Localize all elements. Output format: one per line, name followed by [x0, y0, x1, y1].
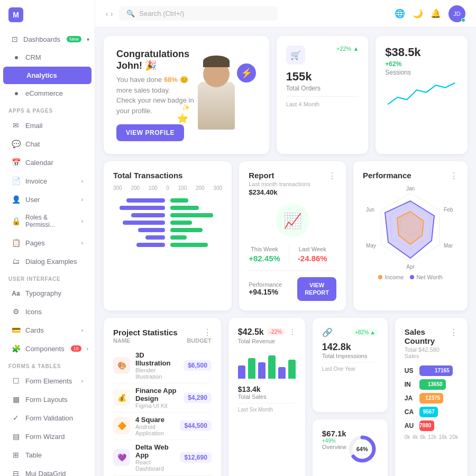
perf-label: Performance: [249, 281, 282, 288]
sales-country-subtitle: Total $42,580 Sales: [405, 346, 450, 359]
sidebar-item-roles[interactable]: 🔒 Roles & Permissi... ›: [3, 209, 91, 233]
rev-bar-4: [268, 355, 276, 379]
project-menu-icon[interactable]: ⋮: [203, 327, 212, 337]
sidebar-label-roles: Roles & Permissi...: [25, 214, 76, 228]
proj-budget-4: $12,690: [180, 452, 211, 463]
sidebar-item-chat[interactable]: 💬 Chat: [3, 135, 91, 153]
project-table-header: NAME BUDGET: [113, 337, 212, 344]
proj-name-2: Finance App Design: [135, 387, 178, 402]
proj-sub-2: Figma UI Kit: [135, 402, 178, 409]
rev-bar-1: [238, 365, 245, 379]
sidebar-label-invoice: Invoice: [25, 177, 47, 185]
proj-name-1: 3D Illustration: [135, 351, 178, 367]
orders-label: Total Orders: [286, 85, 359, 92]
report-menu-icon[interactable]: ⋮: [328, 171, 336, 181]
impressions-badge: +82% ▲: [352, 328, 378, 336]
proj-icon-4: 💜: [113, 449, 130, 466]
legend-income: Income: [385, 274, 404, 280]
rev-bar-3: [258, 362, 266, 378]
sidebar-item-ecommerce[interactable]: eCommerce: [3, 85, 91, 102]
proj-budget-1: $6,500: [184, 360, 212, 371]
view-report-button[interactable]: VIEWREPORT: [297, 277, 336, 301]
theme-icon[interactable]: 🌙: [413, 8, 423, 19]
sidebar-item-crm[interactable]: CRM: [3, 49, 91, 66]
sidebar-label-components: Components: [25, 345, 65, 353]
proj-row-4: 💜 Delta Web App React Dashboard $12,690: [113, 440, 212, 475]
sidebar-item-user[interactable]: 👤 User ›: [3, 190, 91, 208]
form-validation-icon: ✓: [12, 414, 20, 422]
sidebar-label-email: Email: [25, 122, 43, 130]
sidebar-item-form-wizard[interactable]: ▤ Form Wizard: [3, 427, 91, 445]
datagrid-icon: ⊟: [12, 469, 20, 476]
sidebar-item-email[interactable]: ✉ Email: [3, 116, 91, 134]
report-amount: $234.40k: [249, 188, 310, 196]
proj-sub-3: Android Application: [135, 424, 175, 436]
sidebar-item-dashboards[interactable]: ⊡ Dashboards New ▾: [3, 30, 91, 48]
chevron-down-icon: ▾: [87, 36, 89, 42]
notifications-icon[interactable]: 🔔: [431, 8, 441, 19]
search-bar[interactable]: 🔍 Search (Ctrl+/): [119, 6, 278, 21]
back-navigation[interactable]: ‹ ›: [106, 10, 113, 18]
sidebar-label-user: User: [25, 196, 40, 204]
logo[interactable]: M: [0, 0, 95, 30]
sidebar-label-datagrid: Mui DataGrid: [25, 470, 66, 477]
report-title: Report: [249, 171, 310, 180]
sidebar-item-form-validation[interactable]: ✓ Form Validation: [3, 409, 91, 427]
total-sales-label: Total Sales: [238, 393, 296, 400]
country-row-ca: CA 9567: [405, 407, 458, 417]
sidebar-item-dialog[interactable]: 🗂 Dialog Examples: [3, 252, 91, 270]
performance-menu-icon[interactable]: ⋮: [450, 171, 458, 181]
sidebar-label-analytics: Analytics: [26, 71, 57, 79]
sidebar-item-datagrid[interactable]: ⊟ Mui DataGrid: [3, 464, 91, 476]
sidebar-item-table[interactable]: ⊞ Table: [3, 446, 91, 464]
sidebar-label-form-layouts: Form Layouts: [25, 396, 67, 404]
report-card: Report Last month transactions $234.40k …: [239, 161, 346, 310]
proj-sub-4: React Dashboard: [135, 459, 175, 472]
table-icon: ⊞: [12, 451, 20, 459]
overview-card: $67.1k +49% Overview 64%: [313, 419, 388, 476]
sidebar-item-pages[interactable]: 📋 Pages ›: [3, 234, 91, 252]
sidebar-item-icons[interactable]: ⚙ Icons: [3, 303, 91, 321]
sessions-chart: [385, 80, 458, 108]
overview-label: Overview: [322, 444, 346, 450]
col-budget: BUDGET: [187, 337, 211, 344]
ui-section-label: USER INTERFACE: [0, 271, 95, 284]
sales-country-menu-icon[interactable]: ⋮: [450, 327, 458, 337]
components-icon: 🧩: [12, 344, 20, 353]
country-axis: 0k4k8k12k16k20k: [405, 434, 458, 440]
transactions-title: Total Transactions: [113, 171, 222, 180]
sidebar: M ⊡ Dashboards New ▾ CRM Analytics eComm…: [0, 0, 95, 476]
cards-icon: 💳: [12, 326, 20, 334]
performance-card: Performance ⋮ Jan Feb: [353, 161, 468, 310]
chevron-right-icon: ›: [81, 378, 83, 384]
icons-icon: ⚙: [12, 307, 20, 316]
radar-chart: Jan Feb Mar Apr May Jun: [363, 185, 458, 270]
sidebar-item-invoice[interactable]: 📄 Invoice ›: [3, 172, 91, 190]
orders-value: 155k: [286, 70, 359, 84]
sidebar-item-cards[interactable]: 💳 Cards ›: [3, 321, 91, 339]
translate-icon[interactable]: 🌐: [395, 8, 405, 19]
proj-budget-3: $44,500: [180, 420, 211, 431]
country-bar-us: 17165: [419, 365, 453, 376]
form-wizard-icon: ▤: [12, 432, 20, 441]
revenue-badge: -22%: [267, 328, 285, 336]
proj-name-4: Delta Web App: [135, 443, 175, 459]
sidebar-item-analytics[interactable]: Analytics: [3, 67, 91, 84]
sidebar-item-components[interactable]: 🧩 Components 18 ›: [3, 340, 91, 358]
this-week-val: +82.45%: [249, 254, 280, 263]
orders-period: Last 4 Month: [286, 96, 359, 107]
orders-icon-wrap: 🛒: [286, 45, 305, 65]
topbar: ‹ › 🔍 Search (Ctrl+/) 🌐 🌙 🔔 JD: [95, 0, 476, 28]
sidebar-label-form-wizard: Form Wizard: [25, 433, 65, 441]
country-code-ja: JA: [405, 395, 415, 402]
sidebar-label-ecommerce: eCommerce: [25, 89, 63, 97]
chevron-right-icon: ›: [87, 346, 88, 352]
sidebar-item-form-elements[interactable]: ☐ Form Elements ›: [3, 372, 91, 390]
sidebar-item-typography[interactable]: Aa Typography: [3, 285, 91, 302]
sidebar-item-form-layouts[interactable]: ▦ Form Layouts: [3, 390, 91, 408]
sidebar-item-calendar[interactable]: 📅 Calendar: [3, 153, 91, 171]
revenue-menu-icon[interactable]: ⋮: [289, 327, 296, 335]
rev-bar-5: [278, 367, 286, 379]
avatar[interactable]: JD: [448, 5, 465, 22]
avatar-initials: JD: [453, 11, 460, 17]
